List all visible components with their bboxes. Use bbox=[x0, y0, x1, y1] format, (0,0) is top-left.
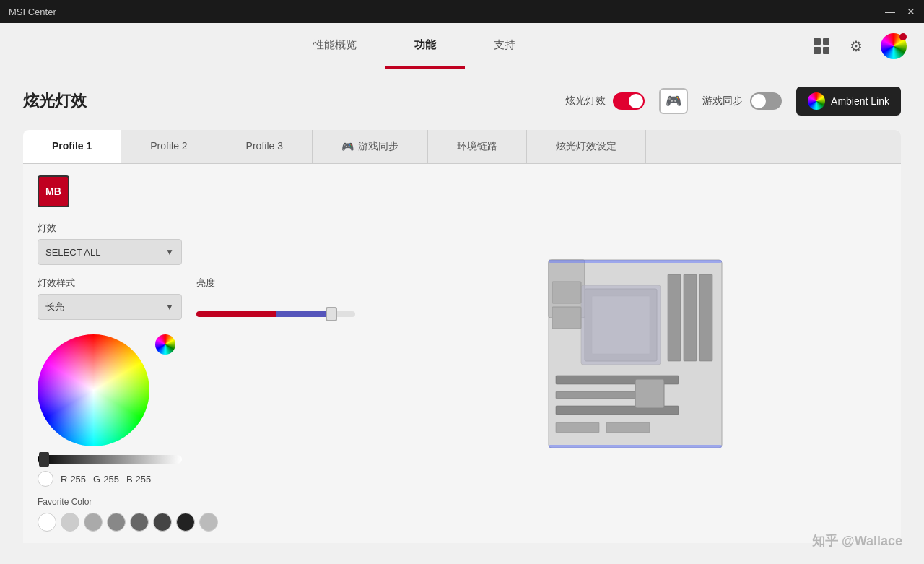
main-window: 性能概览 功能 支持 ⚙ 炫光灯效 炫光灯效 bbox=[0, 23, 924, 564]
gamesync-toggle-group: 游戏同步 bbox=[702, 92, 782, 110]
game-icon-button[interactable]: 🎮 bbox=[659, 88, 688, 114]
svg-rect-17 bbox=[552, 307, 581, 329]
pattern-group: 灯效样式 长亮 ▼ bbox=[38, 277, 182, 320]
ambient-link-button[interactable]: Ambient Link bbox=[796, 87, 901, 116]
pattern-dropdown-arrow: ▼ bbox=[165, 302, 174, 312]
r-value-group: R 255 bbox=[61, 474, 86, 485]
g-label: G bbox=[93, 474, 100, 485]
tab-profile2[interactable]: Profile 2 bbox=[121, 130, 217, 163]
tab-ambient[interactable]: 环境链路 bbox=[428, 130, 527, 163]
rgb-toggle-knob bbox=[629, 94, 643, 108]
gamesync-tab-label: 游戏同步 bbox=[358, 140, 398, 153]
brightness-thumb[interactable] bbox=[326, 307, 337, 321]
g-value-group: G 255 bbox=[93, 474, 119, 485]
nav-right: ⚙ bbox=[811, 33, 907, 59]
minimize-button[interactable]: — bbox=[885, 6, 895, 17]
svg-rect-4 bbox=[684, 274, 697, 361]
right-panel bbox=[384, 175, 886, 532]
effect-dropdown[interactable]: SELECT ALL ▼ bbox=[38, 239, 182, 265]
left-panel: MB 灯效 SELECT ALL ▼ 灯效样式 bbox=[38, 175, 355, 532]
tab-features[interactable]: 功能 bbox=[385, 24, 465, 69]
grayscale-thumb[interactable] bbox=[39, 452, 49, 467]
color-row bbox=[38, 334, 355, 446]
svg-rect-10 bbox=[606, 422, 650, 433]
rgb-toggle-group: 炫光灯效 bbox=[565, 92, 645, 110]
tab-gamesync[interactable]: 🎮 游戏同步 bbox=[313, 130, 428, 163]
brightness-label: 亮度 bbox=[196, 277, 355, 290]
titlebar: MSI Center — ✕ bbox=[0, 0, 924, 23]
tab-profile1[interactable]: Profile 1 bbox=[23, 130, 121, 163]
effect-value: SELECT ALL bbox=[45, 247, 100, 258]
watermark: 知乎 @Wallace bbox=[812, 532, 902, 550]
fav-swatch-5[interactable] bbox=[130, 513, 149, 532]
gamesync-toggle-knob bbox=[751, 94, 766, 108]
settings-icon[interactable]: ⚙ bbox=[846, 36, 866, 56]
avatar[interactable] bbox=[881, 33, 907, 59]
svg-rect-9 bbox=[556, 422, 599, 433]
fav-swatch-6[interactable] bbox=[153, 513, 172, 532]
motherboard-image bbox=[541, 253, 729, 455]
b-value: 255 bbox=[136, 474, 152, 485]
color-wheel-container bbox=[38, 334, 149, 446]
pattern-dropdown[interactable]: 长亮 ▼ bbox=[38, 294, 182, 320]
close-button[interactable]: ✕ bbox=[907, 6, 915, 17]
tab-light-settings[interactable]: 炫光灯效设定 bbox=[527, 130, 646, 163]
ambient-link-icon bbox=[808, 92, 825, 110]
pattern-value: 长亮 bbox=[45, 300, 64, 313]
favorite-label: Favorite Color bbox=[38, 497, 355, 507]
r-value: 255 bbox=[70, 474, 86, 485]
fav-swatch-2[interactable] bbox=[61, 513, 79, 532]
svg-rect-5 bbox=[699, 274, 712, 361]
svg-rect-14 bbox=[549, 445, 722, 448]
effect-label: 灯效 bbox=[38, 222, 355, 235]
fav-swatch-7[interactable] bbox=[176, 513, 195, 532]
app-title: MSI Center bbox=[9, 6, 56, 17]
motherboard-svg bbox=[541, 253, 729, 455]
gamesync-tab-icon: 🎮 bbox=[341, 141, 354, 152]
svg-rect-15 bbox=[635, 379, 664, 408]
ambient-link-label: Ambient Link bbox=[831, 95, 889, 107]
brightness-section: 亮度 bbox=[196, 277, 355, 317]
fav-swatch-3[interactable] bbox=[84, 513, 103, 532]
small-color-picker[interactable] bbox=[155, 334, 175, 355]
rgb-swatch bbox=[38, 471, 53, 487]
mb-icon: MB bbox=[38, 175, 69, 207]
tab-profile3[interactable]: Profile 3 bbox=[217, 130, 313, 163]
b-label: B bbox=[126, 474, 133, 485]
svg-rect-7 bbox=[556, 391, 642, 399]
fav-swatch-4[interactable] bbox=[107, 513, 126, 532]
tab-performance[interactable]: 性能概览 bbox=[284, 24, 385, 69]
profile-content: MB 灯效 SELECT ALL ▼ 灯效样式 bbox=[23, 164, 901, 543]
brightness-slider[interactable] bbox=[196, 311, 355, 317]
g-value: 255 bbox=[103, 474, 119, 485]
pattern-label: 灯效样式 bbox=[38, 277, 182, 290]
color-wheel[interactable] bbox=[38, 334, 149, 446]
gamesync-label: 游戏同步 bbox=[702, 95, 743, 108]
top-nav: 性能概览 功能 支持 ⚙ bbox=[0, 23, 924, 69]
svg-rect-12 bbox=[581, 285, 661, 365]
rgb-toggle[interactable] bbox=[613, 92, 645, 110]
effect-dropdown-arrow: ▼ bbox=[165, 247, 174, 257]
profile-tabs-container: Profile 1 Profile 2 Profile 3 🎮 游戏同步 环境链… bbox=[23, 130, 901, 543]
rgb-display: R 255 G 255 B 255 bbox=[38, 471, 355, 487]
page-title: 炫光灯效 bbox=[23, 90, 87, 112]
grayscale-slider[interactable] bbox=[38, 455, 182, 464]
favorite-swatches bbox=[38, 513, 355, 532]
favorite-color-section: Favorite Color bbox=[38, 497, 355, 532]
svg-rect-3 bbox=[668, 274, 681, 361]
svg-rect-16 bbox=[552, 282, 581, 303]
tab-support[interactable]: 支持 bbox=[465, 24, 544, 69]
fav-swatch-8[interactable] bbox=[199, 513, 218, 532]
r-label: R bbox=[61, 474, 67, 485]
page-header: 炫光灯效 炫光灯效 🎮 游戏同步 Ambient Lin bbox=[23, 87, 901, 116]
fav-swatch-1[interactable] bbox=[38, 513, 56, 532]
gamesync-toggle[interactable] bbox=[750, 92, 782, 110]
nav-tabs: 性能概览 功能 支持 bbox=[17, 24, 811, 69]
rgb-label: 炫光灯效 bbox=[565, 95, 606, 108]
profile-tabs: Profile 1 Profile 2 Profile 3 🎮 游戏同步 环境链… bbox=[23, 130, 901, 164]
b-value-group: B 255 bbox=[126, 474, 151, 485]
svg-rect-13 bbox=[549, 260, 722, 263]
content-area: 炫光灯效 炫光灯效 🎮 游戏同步 Ambient Lin bbox=[0, 69, 924, 564]
grid-icon[interactable] bbox=[811, 36, 832, 56]
gamesync-tab-content: 🎮 游戏同步 bbox=[341, 140, 398, 153]
